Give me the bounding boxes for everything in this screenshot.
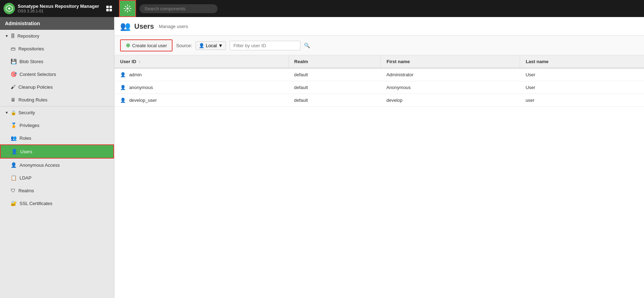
sidebar-item-cleanup-policies[interactable]: 🖌 Cleanup Policies bbox=[0, 81, 114, 93]
sidebar-section-repository[interactable]: ▼ 🗄 Repository bbox=[0, 30, 114, 42]
cell-user-id-value: develop_user bbox=[129, 98, 157, 103]
cell-user-id: 👤 admin bbox=[114, 68, 288, 81]
cell-user-id-value: admin bbox=[129, 72, 142, 77]
sidebar-item-blob-stores-label: Blob Stores bbox=[19, 59, 43, 64]
users-header-icon: 👥 bbox=[120, 21, 131, 31]
ldap-icon: 📋 bbox=[11, 175, 17, 181]
plus-icon: ⊕ bbox=[126, 42, 130, 49]
sidebar-item-blob-stores[interactable]: 💾 Blob Stores bbox=[0, 55, 114, 68]
cell-last-name: user bbox=[520, 94, 644, 107]
col-first-name-label: First name bbox=[386, 59, 410, 64]
col-first-name: First name bbox=[381, 55, 520, 68]
search-input[interactable] bbox=[140, 4, 218, 13]
ssl-icon: 🔐 bbox=[11, 200, 17, 206]
app-title-block: Sonatype Nexus Repository Manager OSS 3.… bbox=[18, 4, 99, 14]
cell-user-id: 👤 develop_user bbox=[114, 94, 288, 107]
svg-rect-5 bbox=[109, 9, 112, 11]
repository-icon: 🗄 bbox=[11, 33, 15, 39]
sidebar-item-routing-rules[interactable]: 🖥 Routing Rules bbox=[0, 93, 114, 106]
svg-rect-3 bbox=[109, 6, 112, 8]
sidebar-item-privileges[interactable]: 🏅 Privileges bbox=[0, 119, 114, 132]
cell-user-id: 👤 anonymous bbox=[114, 81, 288, 94]
users-table: User ID ↑ Realm First name Last name bbox=[114, 55, 644, 298]
col-realm: Realm bbox=[288, 55, 381, 68]
sidebar-item-anonymous-access[interactable]: 👤 Anonymous Access bbox=[0, 159, 114, 171]
sidebar-item-repositories[interactable]: 🗃 Repositories bbox=[0, 42, 114, 55]
logo-icon bbox=[4, 3, 15, 14]
cell-last-name: User bbox=[520, 81, 644, 94]
sidebar-item-realms[interactable]: 🛡 Realms bbox=[0, 184, 114, 197]
main-layout: Administration ▼ 🗄 Repository 🗃 Reposito… bbox=[0, 17, 644, 298]
filter-search-button[interactable]: 🔍 bbox=[304, 43, 310, 48]
navbar: Sonatype Nexus Repository Manager OSS 3.… bbox=[0, 0, 644, 17]
svg-rect-4 bbox=[106, 9, 109, 11]
sidebar-item-content-selectors-label: Content Selectors bbox=[19, 72, 56, 77]
create-local-user-button[interactable]: ⊕ Create local user bbox=[120, 39, 173, 51]
sidebar-item-users[interactable]: 👤 Users bbox=[0, 144, 114, 159]
sidebar-item-content-selectors[interactable]: 🎯 Content Selectors bbox=[0, 68, 114, 81]
sort-icon: ↑ bbox=[139, 60, 141, 64]
col-last-name: Last name bbox=[520, 55, 644, 68]
sidebar-item-realms-label: Realms bbox=[18, 188, 34, 193]
chevron-down-icon-security: ▼ bbox=[5, 111, 9, 115]
sidebar-item-roles[interactable]: 👥 Roles bbox=[0, 132, 114, 144]
sidebar-header: Administration bbox=[0, 17, 114, 30]
sidebar-item-repositories-label: Repositories bbox=[18, 46, 44, 51]
sidebar-item-ldap[interactable]: 📋 LDAP bbox=[0, 171, 114, 184]
content-selectors-icon: 🎯 bbox=[11, 71, 17, 77]
source-select[interactable]: 👤 Local ▼ bbox=[196, 41, 226, 50]
sidebar-item-ldap-label: LDAP bbox=[19, 175, 32, 181]
content-toolbar: ⊕ Create local user Source: 👤 Local ▼ 🔍 bbox=[114, 36, 644, 55]
repositories-icon: 🗃 bbox=[11, 46, 16, 51]
col-last-name-label: Last name bbox=[526, 59, 548, 64]
blob-stores-icon: 💾 bbox=[11, 59, 17, 64]
admin-button[interactable] bbox=[119, 0, 136, 17]
users-icon: 👤 bbox=[11, 149, 17, 154]
anonymous-access-icon: 👤 bbox=[11, 162, 17, 168]
table-header-row: User ID ↑ Realm First name Last name bbox=[114, 55, 644, 68]
row-user-icon: 👤 bbox=[120, 72, 126, 77]
cell-last-name: User bbox=[520, 68, 644, 81]
cleanup-policies-icon: 🖌 bbox=[11, 84, 16, 90]
app-version: OSS 3.28.1-01 bbox=[18, 9, 99, 13]
source-user-icon: 👤 bbox=[199, 43, 204, 48]
source-dropdown-icon: ▼ bbox=[218, 43, 223, 48]
cell-first-name: Anonymous bbox=[381, 81, 520, 94]
privileges-icon: 🏅 bbox=[11, 122, 17, 128]
sidebar-item-roles-label: Roles bbox=[19, 136, 31, 141]
cell-first-name: develop bbox=[381, 94, 520, 107]
cell-first-name: Administrator bbox=[381, 68, 520, 81]
security-icon: 🔒 bbox=[11, 110, 16, 115]
content-header: 👥 Users Manage users bbox=[114, 17, 644, 36]
row-user-icon: 👤 bbox=[120, 85, 126, 90]
sidebar-section-repository-label: Repository bbox=[17, 33, 39, 39]
table-row[interactable]: 👤 anonymous default Anonymous User bbox=[114, 81, 644, 94]
sidebar-item-routing-rules-label: Routing Rules bbox=[18, 97, 47, 103]
browse-button[interactable] bbox=[103, 2, 115, 15]
sidebar-section-security[interactable]: ▼ 🔒 Security bbox=[0, 106, 114, 119]
page-subtitle: Manage users bbox=[159, 24, 188, 29]
sidebar: Administration ▼ 🗄 Repository 🗃 Reposito… bbox=[0, 17, 114, 298]
svg-point-1 bbox=[8, 7, 10, 10]
cell-realm: default bbox=[288, 68, 381, 81]
table-row[interactable]: 👤 develop_user default develop user bbox=[114, 94, 644, 107]
sidebar-item-cleanup-policies-label: Cleanup Policies bbox=[18, 84, 53, 90]
sidebar-item-ssl-label: SSL Certificates bbox=[19, 201, 52, 206]
page-title: Users bbox=[134, 22, 154, 31]
source-value: Local bbox=[206, 43, 217, 48]
col-user-id-label: User ID bbox=[120, 59, 136, 64]
sidebar-section-security-label: Security bbox=[18, 110, 35, 115]
sidebar-item-ssl-certificates[interactable]: 🔐 SSL Certificates bbox=[0, 197, 114, 210]
svg-point-6 bbox=[126, 7, 129, 10]
cell-user-id-value: anonymous bbox=[129, 85, 153, 90]
filter-input[interactable] bbox=[230, 41, 300, 50]
svg-rect-2 bbox=[106, 6, 109, 8]
sidebar-item-privileges-label: Privileges bbox=[19, 123, 39, 128]
realms-icon: 🛡 bbox=[11, 188, 16, 193]
app-logo: Sonatype Nexus Repository Manager OSS 3.… bbox=[4, 3, 99, 14]
col-realm-label: Realm bbox=[294, 59, 308, 64]
sidebar-item-anonymous-access-label: Anonymous Access bbox=[19, 162, 60, 168]
cell-realm: default bbox=[288, 81, 381, 94]
content-area: 👥 Users Manage users ⊕ Create local user… bbox=[114, 17, 644, 298]
table-row[interactable]: 👤 admin default Administrator User bbox=[114, 68, 644, 81]
